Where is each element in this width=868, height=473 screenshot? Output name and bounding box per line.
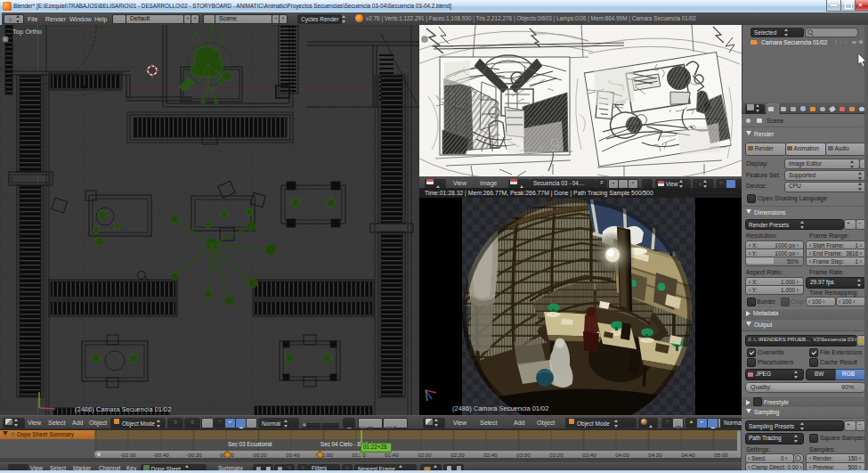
svg-text:(2486) Camara Secuencia 01/02: (2486) Camara Secuencia 01/02 [452, 404, 548, 412]
svg-text:(2486) Camara Secuencia 01/02: (2486) Camara Secuencia 01/02 [75, 405, 171, 413]
svg-text:Top Ortho: Top Ortho [12, 28, 42, 36]
